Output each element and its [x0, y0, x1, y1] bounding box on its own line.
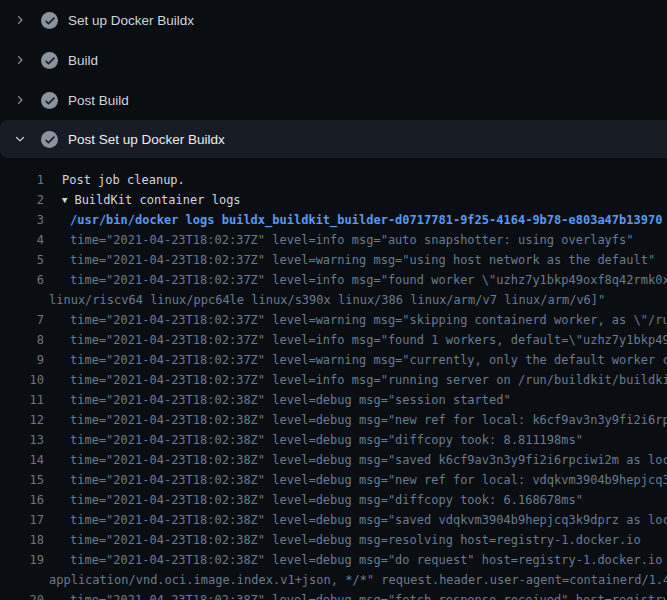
log-line: 11 time="2021-04-23T18:02:38Z" level=deb… — [0, 390, 667, 410]
line-number[interactable]: 14 — [0, 450, 44, 470]
chevron-right-icon — [13, 93, 27, 107]
log-text: time="2021-04-23T18:02:38Z" level=debug … — [44, 410, 667, 430]
log-text: time="2021-04-23T18:02:37Z" level=info m… — [44, 230, 634, 250]
line-number[interactable]: 10 — [0, 370, 44, 390]
log-line: 20 time="2021-04-23T18:02:38Z" level=deb… — [0, 590, 667, 600]
line-number[interactable]: 17 — [0, 510, 44, 530]
log-text: Post job cleanup. — [44, 170, 185, 190]
log-line: 15 time="2021-04-23T18:02:38Z" level=deb… — [0, 470, 667, 490]
line-number[interactable]: 2 — [0, 190, 44, 210]
line-number[interactable] — [0, 570, 44, 590]
line-number[interactable] — [0, 290, 44, 310]
chevron-right-icon — [13, 53, 27, 67]
log-text: time="2021-04-23T18:02:38Z" level=debug … — [44, 510, 667, 530]
step-list: Set up Docker Buildx Build Post Build — [0, 0, 667, 158]
step-label: Post Set up Docker Buildx — [68, 132, 225, 147]
check-circle-icon — [41, 52, 58, 69]
check-circle-icon — [41, 12, 58, 29]
log-text: application/vnd.oci.image.index.v1+json,… — [44, 570, 667, 590]
log-line: 18 time="2021-04-23T18:02:38Z" level=deb… — [0, 530, 667, 550]
log-line: linux/riscv64 linux/ppc64le linux/s390x … — [0, 290, 667, 310]
log-text: time="2021-04-23T18:02:37Z" level=warnin… — [44, 250, 655, 270]
line-number[interactable]: 18 — [0, 530, 44, 550]
log-text: linux/riscv64 linux/ppc64le linux/s390x … — [44, 290, 605, 310]
log-text: time="2021-04-23T18:02:38Z" level=debug … — [44, 470, 667, 490]
log-line: 5 time="2021-04-23T18:02:37Z" level=warn… — [0, 250, 667, 270]
log-line: 17 time="2021-04-23T18:02:38Z" level=deb… — [0, 510, 667, 530]
log-line: 13 time="2021-04-23T18:02:38Z" level=deb… — [0, 430, 667, 450]
line-number[interactable]: 11 — [0, 390, 44, 410]
check-circle-icon — [41, 131, 58, 148]
line-number[interactable]: 5 — [0, 250, 44, 270]
line-number[interactable]: 1 — [0, 170, 44, 190]
log-line: 12 time="2021-04-23T18:02:38Z" level=deb… — [0, 410, 667, 430]
line-number[interactable]: 6 — [0, 270, 44, 290]
triangle-down-icon[interactable]: ▼ — [44, 190, 67, 210]
step-label: Post Build — [68, 93, 129, 108]
log-line: 2 ▼ BuildKit container logs — [0, 190, 667, 210]
step-row-0[interactable]: Set up Docker Buildx — [0, 0, 667, 40]
step-label: Build — [68, 53, 98, 68]
log-text: /usr/bin/docker logs buildx_buildkit_bui… — [44, 210, 662, 230]
line-number[interactable]: 19 — [0, 550, 44, 570]
log-line: 19 time="2021-04-23T18:02:38Z" level=deb… — [0, 550, 667, 570]
line-number[interactable]: 13 — [0, 430, 44, 450]
line-number[interactable]: 3 — [0, 210, 44, 230]
log-text: time="2021-04-23T18:02:37Z" level=info m… — [44, 270, 667, 290]
step-row-2[interactable]: Post Build — [0, 80, 667, 120]
log-line: 14 time="2021-04-23T18:02:38Z" level=deb… — [0, 450, 667, 470]
log-line: 16 time="2021-04-23T18:02:38Z" level=deb… — [0, 490, 667, 510]
log-text: time="2021-04-23T18:02:37Z" level=warnin… — [44, 310, 667, 330]
log-text: time="2021-04-23T18:02:38Z" level=debug … — [44, 430, 583, 450]
log-text: BuildKit container logs — [67, 190, 240, 210]
log-line: 6 time="2021-04-23T18:02:37Z" level=info… — [0, 270, 667, 290]
log-text: time="2021-04-23T18:02:37Z" level=info m… — [44, 330, 667, 350]
line-number[interactable]: 16 — [0, 490, 44, 510]
chevron-down-icon — [13, 132, 27, 146]
log-text: time="2021-04-23T18:02:38Z" level=debug … — [44, 550, 667, 570]
actions-log-viewer: Set up Docker Buildx Build Post Build — [0, 0, 667, 600]
log-line: application/vnd.oci.image.index.v1+json,… — [0, 570, 667, 590]
log-text: time="2021-04-23T18:02:37Z" level=info m… — [44, 370, 667, 390]
log-text: time="2021-04-23T18:02:38Z" level=debug … — [44, 590, 667, 600]
log-line: 8 time="2021-04-23T18:02:37Z" level=info… — [0, 330, 667, 350]
log-line: 3 /usr/bin/docker logs buildx_buildkit_b… — [0, 210, 667, 230]
line-number[interactable]: 9 — [0, 350, 44, 370]
line-number[interactable]: 4 — [0, 230, 44, 250]
log-area: 1 Post job cleanup. 2 ▼ BuildKit contain… — [0, 158, 667, 600]
log-text: time="2021-04-23T18:02:37Z" level=warnin… — [44, 350, 667, 370]
log-line: 1 Post job cleanup. — [0, 170, 667, 190]
step-label: Set up Docker Buildx — [68, 13, 194, 28]
step-row-3[interactable]: Post Set up Docker Buildx — [0, 120, 667, 158]
line-number[interactable]: 20 — [0, 590, 44, 600]
log-text: time="2021-04-23T18:02:38Z" level=debug … — [44, 490, 583, 510]
log-line: 10 time="2021-04-23T18:02:37Z" level=inf… — [0, 370, 667, 390]
step-row-1[interactable]: Build — [0, 40, 667, 80]
log-line: 7 time="2021-04-23T18:02:37Z" level=warn… — [0, 310, 667, 330]
log-text: time="2021-04-23T18:02:38Z" level=debug … — [44, 530, 641, 550]
line-number[interactable]: 15 — [0, 470, 44, 490]
log-line: 4 time="2021-04-23T18:02:37Z" level=info… — [0, 230, 667, 250]
check-circle-icon — [41, 92, 58, 109]
line-number[interactable]: 7 — [0, 310, 44, 330]
log-line: 9 time="2021-04-23T18:02:37Z" level=warn… — [0, 350, 667, 370]
log-text: time="2021-04-23T18:02:38Z" level=debug … — [44, 390, 511, 410]
log-text: time="2021-04-23T18:02:38Z" level=debug … — [44, 450, 667, 470]
line-number[interactable]: 12 — [0, 410, 44, 430]
line-number[interactable]: 8 — [0, 330, 44, 350]
chevron-right-icon — [13, 13, 27, 27]
